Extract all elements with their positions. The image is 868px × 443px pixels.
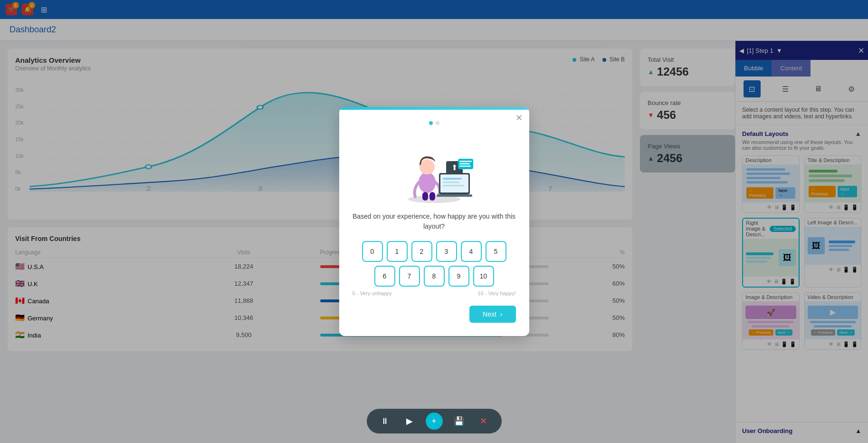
rating-button-6[interactable]: 6 <box>374 266 395 287</box>
next-button[interactable]: Next › <box>469 306 515 323</box>
rating-button-1[interactable]: 1 <box>387 241 408 262</box>
svg-rect-24 <box>443 185 464 186</box>
modal-rating-grid: 012345678910 <box>353 241 516 287</box>
svg-rect-21 <box>440 174 468 193</box>
modal-dot-2 <box>436 121 439 125</box>
rating-button-7[interactable]: 7 <box>399 266 420 287</box>
label-low: 0 - Very unhappy <box>353 290 392 296</box>
survey-modal: ✕ <box>339 107 529 336</box>
svg-rect-31 <box>459 165 471 167</box>
svg-rect-19 <box>429 192 435 201</box>
pause-button[interactable]: ⏸ <box>376 413 393 430</box>
modal-dot-1 <box>429 121 433 125</box>
bottom-toolbar: ⏸ ▶ + 💾 ✕ <box>367 409 502 433</box>
add-button[interactable]: + <box>426 413 443 430</box>
svg-rect-23 <box>443 182 459 183</box>
modal-question: Based on your experience, how happy are … <box>353 212 516 231</box>
next-label: Next <box>483 310 496 318</box>
svg-rect-18 <box>422 192 428 201</box>
modal-dots <box>353 121 516 125</box>
label-high: 10 - Very happy! <box>477 290 515 296</box>
rating-button-0[interactable]: 0 <box>362 241 383 262</box>
next-arrow-icon: › <box>500 310 503 318</box>
rating-button-9[interactable]: 9 <box>448 266 469 287</box>
save-button[interactable]: 💾 <box>450 413 467 430</box>
illustration-svg: ⬆ <box>391 133 477 204</box>
svg-rect-25 <box>437 194 472 197</box>
rating-button-8[interactable]: 8 <box>424 266 445 287</box>
svg-rect-22 <box>443 178 462 180</box>
svg-point-17 <box>420 159 435 174</box>
play-button[interactable]: ▶ <box>401 413 418 430</box>
rating-button-2[interactable]: 2 <box>411 241 432 262</box>
rating-button-10[interactable]: 10 <box>473 266 494 287</box>
rating-button-3[interactable]: 3 <box>436 241 457 262</box>
modal-illustration: ⬆ <box>353 133 516 204</box>
svg-rect-30 <box>459 163 470 164</box>
close-button[interactable]: ✕ <box>475 413 492 430</box>
modal-content: ⬆ Based on your experience, how happy ar… <box>339 110 529 336</box>
rating-button-5[interactable]: 5 <box>486 241 506 262</box>
modal-overlay: ✕ <box>0 0 868 443</box>
modal-labels: 0 - Very unhappy 10 - Very happy! <box>353 290 516 296</box>
modal-close-button[interactable]: ✕ <box>515 113 523 123</box>
rating-button-4[interactable]: 4 <box>461 241 482 262</box>
svg-point-16 <box>419 172 436 193</box>
svg-rect-29 <box>459 161 472 162</box>
svg-text:⬆: ⬆ <box>451 164 457 172</box>
